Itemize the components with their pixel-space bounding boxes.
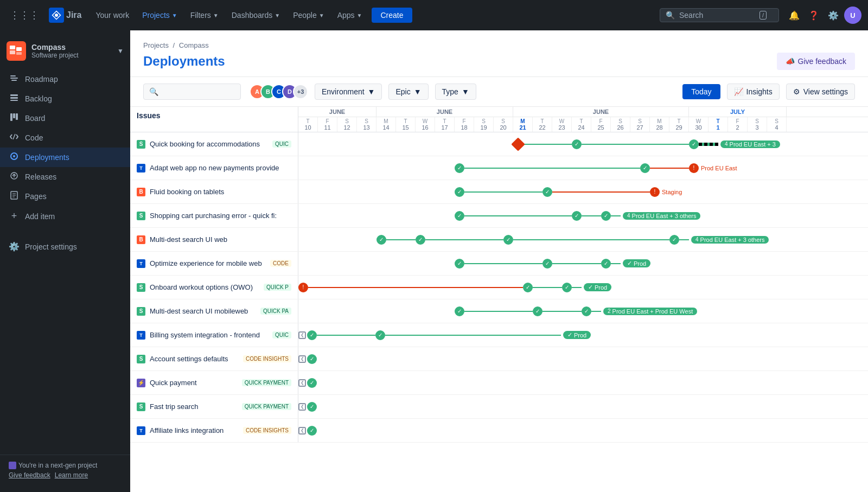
filter-search-input[interactable] (162, 87, 227, 96)
today-button[interactable]: Today (682, 84, 720, 99)
timeline-row-8: ✓ ✓ ✓ 2 Prod EU East + Prod EU West (298, 299, 868, 323)
timeline-row-3: ✓ ✓ ! Staging (298, 180, 868, 204)
view-settings-button[interactable]: ⚙ View settings (786, 84, 855, 100)
avatar-count[interactable]: +3 (293, 84, 308, 99)
sidebar-item-add-item[interactable]: + Add item (0, 206, 130, 226)
issue-cell-11[interactable]: ⚡ Quick payment QUICK PAYMENT (130, 371, 298, 394)
settings-gear-icon: ⚙️ (9, 241, 20, 252)
issues-col-header: Issues (130, 107, 298, 132)
gantt-rows: S Quick booking for accommodations QUIC … (130, 132, 868, 443)
dashboards-nav[interactable]: Dashboards ▼ (226, 8, 285, 23)
filters-caret: ▼ (213, 12, 219, 18)
sidebar-item-roadmap[interactable]: Roadmap (0, 69, 130, 89)
issue-icon-story6: S (137, 402, 145, 411)
issue-text-7: Onboard workout options (OWO) (150, 283, 259, 291)
grid-menu[interactable]: ⋮⋮⋮ (7, 6, 42, 24)
jira-logo[interactable]: Jira (49, 8, 81, 23)
svg-rect-12 (13, 113, 15, 118)
filters-nav[interactable]: Filters ▼ (185, 8, 224, 23)
issue-icon-story5: S (137, 355, 145, 363)
svg-rect-10 (10, 100, 18, 101)
issue-cell-10[interactable]: S Account settings defaults CODE INSIGHT… (130, 347, 298, 370)
give-feedback-link[interactable]: Give feedback (9, 471, 50, 479)
breadcrumb-projects[interactable]: Projects (143, 41, 169, 49)
issue-cell-5[interactable]: B Multi-dest search UI web (130, 228, 298, 251)
day-14: M14 (376, 117, 396, 132)
learn-more-link[interactable]: Learn more (55, 471, 88, 479)
issue-tag-6: CODE (270, 260, 291, 267)
issue-icon-bug: B (137, 188, 145, 196)
svg-line-14 (13, 134, 15, 139)
day-20: S20 (494, 117, 513, 132)
scroll-left-icon4: ❮ (298, 403, 306, 411)
sidebar-item-code[interactable]: Code (0, 128, 130, 148)
day-jul4: S4 (767, 117, 787, 132)
issue-text-3: Fluid booking on tablets (150, 188, 291, 196)
create-button[interactable]: Create (372, 8, 412, 23)
page-header: Projects / Compass Deployments 📣 Give fe… (130, 30, 868, 77)
day-16: W16 (416, 117, 435, 132)
issue-text-10: Account settings defaults (150, 355, 239, 363)
your-work-nav[interactable]: Your work (90, 8, 135, 23)
day-21: M21 (513, 117, 533, 132)
issue-tag-1: QUIC (272, 140, 291, 148)
epic-filter[interactable]: Epic ▼ (388, 84, 428, 100)
user-avatar[interactable]: U (844, 7, 861, 24)
issue-cell-6[interactable]: T Optimize experience for mobile web COD… (130, 252, 298, 275)
day-29: T29 (669, 117, 689, 132)
issue-icon-task2: T (137, 259, 145, 268)
environment-filter[interactable]: Environment ▼ (315, 84, 382, 100)
issue-cell-13[interactable]: T Affiliate links integration CODE INSIG… (130, 419, 298, 442)
sidebar-item-backlog[interactable]: Backlog (0, 89, 130, 108)
sidebar-item-pages[interactable]: Pages (0, 187, 130, 206)
svg-rect-5 (10, 75, 16, 76)
type-filter[interactable]: Type ▼ (435, 84, 476, 100)
sidebar-nav: Roadmap Backlog Board Code (0, 69, 130, 226)
issue-cell-3[interactable]: B Fluid booking on tablets (130, 180, 298, 203)
search-box[interactable]: 🔍 / (660, 8, 779, 22)
sidebar-item-project-settings[interactable]: ⚙️ Project settings (9, 237, 122, 256)
search-filter-box[interactable]: 🔍 (143, 84, 241, 100)
sidebar-item-board[interactable]: Board (0, 108, 130, 128)
timeline-row-2: ✓ ✓ ! Prod EU East (298, 156, 868, 180)
sidebar-item-releases[interactable]: Releases (0, 167, 130, 187)
issue-tag-9: QUIC (272, 331, 291, 338)
give-feedback-button[interactable]: 📣 Give feedback (777, 53, 856, 70)
grid-icon[interactable]: ⋮⋮⋮ (7, 6, 42, 24)
issue-cell-12[interactable]: S Fast trip search QUICK PAYMENT (130, 395, 298, 418)
issue-cell-8[interactable]: S Multi-dest search UI mobileweb QUICK P… (130, 299, 298, 323)
day-24: T24 (572, 117, 591, 132)
table-row: T Billing system integration - frontend … (130, 323, 868, 347)
issue-cell-1[interactable]: S Quick booking for accommodations QUIC (130, 132, 298, 156)
issue-text-11: Quick payment (150, 379, 238, 387)
timeline-row-10: ❮ ✓ (298, 347, 868, 371)
issue-text-8: Multi-dest search UI mobileweb (150, 307, 256, 315)
issue-cell-9[interactable]: T Billing system integration - frontend … (130, 323, 298, 347)
issue-text-5: Multi-dest search UI web (150, 235, 291, 244)
issue-cell-7[interactable]: S Onboard workout options (OWO) QUICK P (130, 276, 298, 299)
day-jul3: S3 (748, 117, 767, 132)
nav-icons: 🔔 ❓ ⚙️ U (786, 7, 861, 24)
search-input[interactable] (679, 11, 755, 20)
help-icon[interactable]: ❓ (805, 7, 822, 24)
apps-nav[interactable]: Apps ▼ (332, 8, 368, 23)
table-row: B Multi-dest search UI web ✓ ✓ ✓ (130, 228, 868, 252)
issue-icon-story3: S (137, 283, 145, 292)
projects-nav[interactable]: Projects ▼ (137, 8, 182, 23)
project-header[interactable]: Compass Software project ▼ (0, 37, 130, 65)
issue-cell-4[interactable]: S Shopping cart purchasing error - quick… (130, 204, 298, 227)
issue-icon-bug2: B (137, 235, 145, 244)
people-nav[interactable]: People ▼ (288, 8, 330, 23)
day-19: S19 (474, 117, 494, 132)
breadcrumb-compass[interactable]: Compass (179, 41, 209, 49)
day-30: W30 (689, 117, 709, 132)
issue-cell-2[interactable]: T Adapt web app no new payments provide (130, 156, 298, 180)
page-title: Deployments (143, 54, 225, 69)
code-icon (9, 132, 20, 143)
backlog-label: Backlog (25, 94, 122, 103)
add-item-icon: + (9, 210, 20, 222)
notifications-icon[interactable]: 🔔 (786, 7, 803, 24)
sidebar-item-deployments[interactable]: Deployments (0, 148, 130, 167)
settings-icon[interactable]: ⚙️ (825, 7, 842, 24)
insights-button[interactable]: 📈 Insights (727, 84, 780, 100)
